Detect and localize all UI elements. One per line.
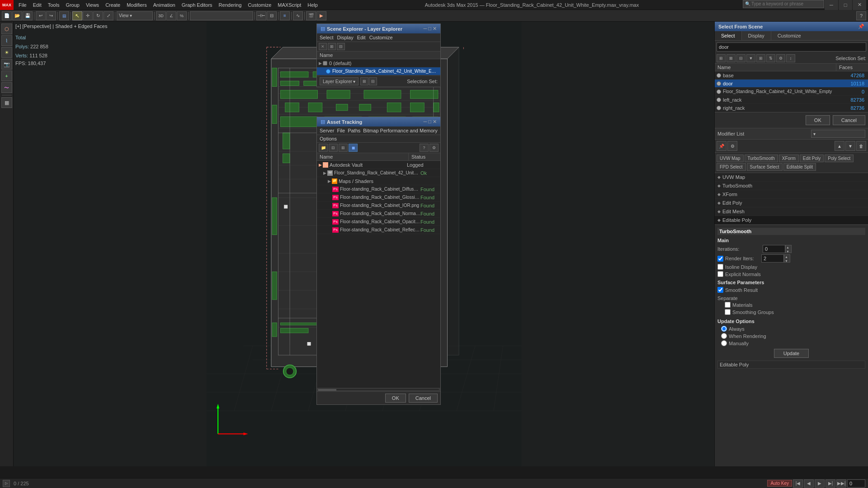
le-max-btn[interactable]: □: [428, 26, 431, 32]
sfs-obj-base[interactable]: base 47268: [715, 71, 868, 80]
scene-explorer-icon[interactable]: ▤: [59, 11, 69, 20]
quick-turbosmooth[interactable]: TurboSmooth: [745, 155, 778, 162]
le-icon2[interactable]: ⊟: [369, 77, 377, 85]
max-button[interactable]: □: [839, 0, 852, 10]
menu-edit[interactable]: Edit: [30, 1, 45, 9]
at-menu-options[interactable]: Options: [320, 136, 337, 141]
mod-config-btn[interactable]: ⚙: [727, 141, 737, 151]
quick-edit-poly[interactable]: Edit Poly: [800, 155, 824, 162]
ts-isoline-check[interactable]: [717, 264, 723, 270]
anim-key-mode[interactable]: Auto Key: [767, 480, 792, 487]
le-menu-customize[interactable]: Customize: [369, 35, 393, 40]
named-selection[interactable]: [190, 11, 253, 20]
curve-editor[interactable]: ∿: [293, 11, 303, 20]
open-btn[interactable]: 📂: [12, 11, 22, 20]
at-row-maps[interactable]: ▶ 📁 Maps / Shaders: [317, 177, 440, 185]
rotate-tool[interactable]: ↻: [93, 11, 103, 20]
menu-group[interactable]: Group: [62, 1, 83, 9]
at-tb-config[interactable]: ⚙: [429, 144, 439, 152]
new-btn[interactable]: 📄: [2, 11, 12, 20]
menu-graph-editors[interactable]: Graph Editors: [179, 1, 216, 9]
sfs-filter-btn[interactable]: ▼: [746, 54, 755, 62]
quick-editable-split[interactable]: Editable Split: [783, 163, 816, 171]
sfs-cancel-btn[interactable]: Cancel: [833, 115, 865, 125]
create-camera[interactable]: 📷: [1, 59, 12, 70]
le-tb-btn2[interactable]: ⊟: [337, 43, 345, 50]
le-row-layer0[interactable]: ▶ 0 (default): [317, 59, 440, 67]
mod-item-editmesh[interactable]: ◆ Edit Mesh: [715, 207, 868, 216]
le-menu-display[interactable]: Display: [337, 35, 354, 40]
at-row-diffuse[interactable]: Ps Floor-standing_Rack_Cabinet_Diffuse_W…: [317, 185, 440, 193]
at-cancel-btn[interactable]: Cancel: [409, 394, 438, 403]
le-close-btn[interactable]: ✕: [433, 26, 437, 32]
reference-coord[interactable]: View ▾: [117, 11, 153, 20]
mirror-btn[interactable]: ⊣⊢: [256, 11, 266, 20]
redo-btn[interactable]: ↪: [46, 11, 56, 20]
scale-tool[interactable]: ⤢: [104, 11, 113, 20]
sfs-display-btn[interactable]: ⊞: [756, 54, 765, 62]
quick-uwv-map[interactable]: UVW Map: [717, 155, 744, 162]
menu-maxscript[interactable]: MAXScript: [274, 1, 304, 9]
ts-render-iters-spinner[interactable]: ▲ ▼: [784, 254, 790, 263]
sfs-title-bar[interactable]: Select From Scene 📌: [715, 22, 868, 31]
at-menu-bitmap[interactable]: Bitmap Performance and Memory: [363, 128, 437, 133]
render-btn[interactable]: ▶: [316, 11, 326, 20]
menu-modifiers[interactable]: Modifiers: [123, 1, 150, 9]
sfs-tab-select[interactable]: Select: [715, 31, 742, 40]
at-row-glossines[interactable]: Ps Floor-standing_Rack_Cabinet_Glossines…: [317, 193, 440, 202]
ts-iterations-input[interactable]: [763, 245, 785, 253]
ts-when-rendering-radio[interactable]: [721, 333, 727, 339]
ts-iterations-spinner[interactable]: ▲ ▼: [785, 245, 792, 253]
at-close-btn[interactable]: ✕: [433, 119, 437, 125]
frame-input[interactable]: [847, 479, 865, 488]
close-button[interactable]: ✕: [853, 0, 866, 10]
menu-customize[interactable]: Customize: [245, 1, 274, 9]
sfs-obj-left-rack[interactable]: left_rack 82736: [715, 96, 868, 104]
sfs-obj-door[interactable]: door 10118: [715, 80, 868, 88]
min-button[interactable]: ─: [825, 0, 838, 10]
le-menu-edit[interactable]: Edit: [357, 35, 366, 40]
ts-render-iters-input[interactable]: [761, 254, 784, 263]
anim-prev-frame[interactable]: ◀: [804, 479, 814, 488]
at-tb-btn3[interactable]: ⊞: [339, 144, 348, 152]
menu-create[interactable]: Create: [102, 1, 123, 9]
at-tb-btn2[interactable]: ⊟: [329, 144, 338, 152]
sfs-invert-btn[interactable]: ⊟: [736, 54, 745, 62]
snap-percent[interactable]: %: [177, 11, 187, 20]
le-icon1[interactable]: ⊞: [360, 77, 368, 85]
menu-tools[interactable]: Tools: [45, 1, 63, 9]
sfs-options-btn[interactable]: ⚙: [776, 54, 785, 62]
at-min-btn[interactable]: ─: [424, 119, 427, 125]
at-row-vault[interactable]: ▶ V Autodesk Vault Logged: [317, 161, 440, 169]
sfs-tab-customize[interactable]: Customize: [771, 31, 807, 40]
le-menu-select[interactable]: Select: [320, 35, 334, 40]
at-title-bar[interactable]: ▤ Asset Tracking ─ □ ✕: [317, 117, 440, 127]
move-tool[interactable]: ✛: [83, 11, 93, 20]
help-btn[interactable]: ?: [856, 11, 866, 20]
undo-btn[interactable]: ↩: [36, 11, 46, 20]
quick-xform[interactable]: XForm: [779, 155, 799, 162]
ts-render-iters-check[interactable]: [717, 256, 723, 262]
sfs-obj-floor[interactable]: Floor_Standing_Rack_Cabinet_42_Unit_Whit…: [715, 88, 868, 96]
at-row-opacity[interactable]: Ps Floor-standing_Rack_Cabinet_Opacity.p…: [317, 218, 440, 226]
at-row-reflection[interactable]: Ps Floor-standing_Rack_Cabinet_Reflectio…: [317, 226, 440, 234]
mod-item-editablepoly[interactable]: ◆ Editable Poly: [715, 216, 868, 225]
save-btn[interactable]: 💾: [23, 11, 33, 20]
layer-manager[interactable]: ≡: [280, 11, 290, 20]
at-row-ior[interactable]: Ps Floor-standing_Rack_Cabinet_IOR.png F…: [317, 202, 440, 210]
viewport-indicator[interactable]: [+] [Perspective] | Shaded + Edged Faces: [15, 23, 107, 29]
at-menu-server[interactable]: Server: [320, 128, 334, 133]
menu-views[interactable]: Views: [83, 1, 102, 9]
at-ok-btn[interactable]: OK: [385, 394, 406, 403]
at-tb-btn1[interactable]: 📁: [319, 144, 328, 152]
sfs-ok-btn[interactable]: OK: [806, 115, 830, 125]
ts-smooth-result-check[interactable]: [717, 287, 723, 293]
mod-item-turbosmooth[interactable]: ◆ TurboSmooth: [715, 182, 868, 190]
mod-delete[interactable]: 🗑: [856, 141, 866, 151]
mod-item-uvwmap[interactable]: ◆ UVW Map: [715, 173, 868, 182]
at-menu-paths[interactable]: Paths: [348, 128, 360, 133]
ts-smoothing-groups-check[interactable]: [725, 309, 731, 315]
ts-update-btn[interactable]: Update: [774, 349, 809, 358]
mod-item-editpoly[interactable]: ◆ Edit Poly: [715, 199, 868, 207]
quick-fpd-select[interactable]: FPD Select: [717, 163, 746, 171]
